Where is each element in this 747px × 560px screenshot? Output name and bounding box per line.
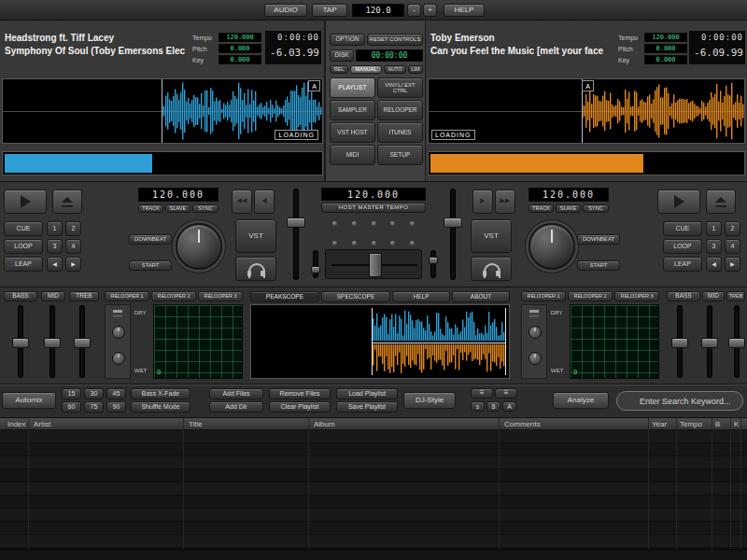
deck-a-leap-button[interactable]: LEAP	[4, 257, 43, 272]
column-header-album[interactable]: Album	[314, 421, 335, 428]
deck-a-hotcue-2-button[interactable]: 2	[65, 221, 81, 236]
relooper-knob-icon[interactable]	[112, 352, 125, 365]
deck-a-start-button[interactable]: START	[129, 260, 172, 271]
column-header-index[interactable]: Index	[7, 421, 26, 428]
mode-rel-button[interactable]: REL	[330, 65, 348, 74]
monitor-mix-fader-left[interactable]	[310, 249, 321, 279]
load-playlist-button[interactable]: Load Playlist	[336, 388, 398, 399]
menu-vinyl-ext-ctrl-button[interactable]: VINYL/ EXT CTRL	[377, 77, 423, 98]
monitor-mix-fader-right[interactable]	[428, 249, 439, 279]
peakscope-tab[interactable]: PEAKSCOPE	[250, 291, 319, 302]
column-header-b[interactable]: B	[715, 421, 720, 428]
relooper-knob-icon[interactable]	[529, 352, 542, 365]
deck-b-relooper-grid[interactable]: 0	[570, 304, 659, 379]
save-playlist-button[interactable]: Save Playlist	[336, 401, 398, 413]
remove-files-button[interactable]: Remove Files	[269, 388, 331, 399]
deck-a-leap-back-button[interactable]: ◀	[47, 257, 63, 272]
deck-a-jog-knob[interactable]	[176, 223, 222, 270]
automix-15-button[interactable]: 15	[62, 388, 81, 399]
help-tab[interactable]: HELP	[392, 291, 450, 302]
mini-a-button[interactable]: A	[502, 401, 516, 412]
mini-fader-icon[interactable]	[113, 310, 122, 313]
analyze-button[interactable]: Analyze	[553, 392, 609, 409]
deck-b-hotcue-4-button[interactable]: 4	[725, 239, 740, 254]
deck-b-seek-fwd-button[interactable]: ▶▶	[495, 189, 515, 214]
mini-s-button[interactable]: s	[471, 401, 485, 412]
bpm-increase-button[interactable]: +	[423, 4, 437, 17]
column-header-artist[interactable]: Artist	[34, 421, 50, 428]
mode-manual-button[interactable]: MANUAL	[350, 65, 382, 74]
help-button[interactable]: HELP	[444, 4, 485, 17]
menu-midi-button[interactable]: MIDI	[330, 145, 375, 165]
deck-b-bass-fader[interactable]	[670, 304, 689, 379]
automix-90-button[interactable]: 90	[106, 401, 126, 413]
menu-sampler-button[interactable]: SAMPLER	[330, 100, 375, 120]
dj-style-button[interactable]: DJ-Style	[403, 392, 456, 409]
deck-b-loop-button[interactable]: LOOP	[663, 239, 702, 254]
deck-a-overview[interactable]	[2, 151, 323, 175]
playlist-footer-scrollbar[interactable]	[0, 549, 747, 560]
deck-b-relooper-tab-3[interactable]: RELOOPER 3	[614, 291, 659, 301]
deck-a-slave-button[interactable]: SLAVE	[165, 204, 190, 213]
menu-relooper-button[interactable]: RELOOPER	[377, 100, 423, 120]
deck-a-mid-fader[interactable]	[43, 304, 62, 379]
deck-b-hotcue-1-button[interactable]: 1	[706, 221, 722, 236]
deck-a-pitch-fader[interactable]	[286, 188, 306, 281]
deck-b-mid-fader[interactable]	[700, 304, 719, 379]
menu-itunes-button[interactable]: ITUNES	[377, 122, 423, 143]
deck-a-cue-button[interactable]: CUE	[4, 221, 43, 236]
mode-auto-button[interactable]: AUTO	[384, 65, 406, 74]
deck-a-relooper-tab-2[interactable]: RELOOPER 2	[151, 291, 196, 301]
clear-playlist-button[interactable]: Clear Playlist	[269, 401, 331, 413]
deck-a-relooper-tab-3[interactable]: RELOOPER 3	[198, 291, 243, 301]
deck-a-vst-button[interactable]: VST	[235, 219, 276, 253]
deck-b-downbeat-button[interactable]: DOWNBEAT	[577, 234, 620, 245]
mode-lim-button[interactable]: LIM	[408, 65, 423, 74]
automix-30-button[interactable]: 30	[84, 388, 104, 399]
menu-vst-host-button[interactable]: VST HOST	[330, 122, 375, 143]
deck-a-leap-fwd-button[interactable]: ▶	[65, 257, 81, 272]
deck-b-slave-button[interactable]: SLAVE	[556, 204, 581, 213]
deck-a-monitor-button[interactable]	[235, 257, 276, 281]
disk-button[interactable]: DISK	[330, 49, 354, 62]
column-header-k[interactable]: K	[734, 421, 739, 428]
deck-b-treb-fader[interactable]	[727, 304, 746, 379]
deck-a-downbeat-button[interactable]: DOWNBEAT	[129, 234, 172, 245]
column-header-comments[interactable]: Comments	[504, 421, 541, 428]
crossfader-handle[interactable]	[369, 253, 382, 277]
deck-b-leap-fwd-button[interactable]: ▶	[725, 257, 740, 272]
deck-b-eject-button[interactable]	[706, 189, 736, 214]
shuffle-mode-button[interactable]: Shuffle Mode	[131, 401, 190, 413]
add-dir-button[interactable]: Add Dir	[209, 401, 263, 413]
column-header-title[interactable]: Title	[189, 421, 203, 428]
deck-a-sync-button[interactable]: SYNC	[192, 204, 218, 213]
deck-a-hotcue-1-button[interactable]: 1	[47, 221, 63, 236]
deck-a-relooper-tab-1[interactable]: RELOOPER 1	[105, 291, 149, 301]
specscope-tab[interactable]: SPECSCOPE	[321, 291, 390, 302]
bpm-decrease-button[interactable]: -	[407, 4, 421, 17]
deck-a-eject-button[interactable]	[52, 189, 82, 214]
deck-b-start-button[interactable]: START	[577, 260, 620, 271]
deck-a-hotcue-4-button[interactable]: 4	[65, 239, 81, 254]
column-header-year[interactable]: Year	[652, 421, 667, 428]
deck-b-monitor-button[interactable]	[471, 257, 512, 281]
fade-curve-button-2[interactable]: ≡	[495, 388, 517, 399]
column-header-tempo[interactable]: Tempo	[680, 421, 702, 428]
automix-60-button[interactable]: 60	[62, 401, 81, 413]
audio-button[interactable]: AUDIO	[264, 4, 307, 17]
menu-setup-button[interactable]: SETUP	[377, 145, 423, 165]
mini-fader-icon[interactable]	[529, 310, 539, 313]
deck-a-bass-fader[interactable]	[11, 304, 30, 379]
playlist-table-body[interactable]	[0, 430, 747, 549]
deck-a-loop-button[interactable]: LOOP	[4, 239, 43, 254]
deck-a-treb-fader[interactable]	[73, 304, 92, 379]
about-tab[interactable]: ABOUT	[452, 291, 510, 302]
fade-curve-button-1[interactable]: ≡	[471, 388, 493, 399]
deck-a-step-back-button[interactable]: ◀	[254, 189, 275, 214]
deck-b-sync-button[interactable]: SYNC	[583, 204, 609, 213]
mini-8-button[interactable]: 8	[486, 401, 500, 412]
bass-xfade-button[interactable]: Bass X-Fade	[131, 388, 190, 399]
deck-b-step-fwd-button[interactable]: ▶	[472, 189, 493, 214]
deck-b-waveform[interactable]: A LOADING	[428, 78, 745, 144]
automix-button[interactable]: Automix	[2, 392, 56, 409]
